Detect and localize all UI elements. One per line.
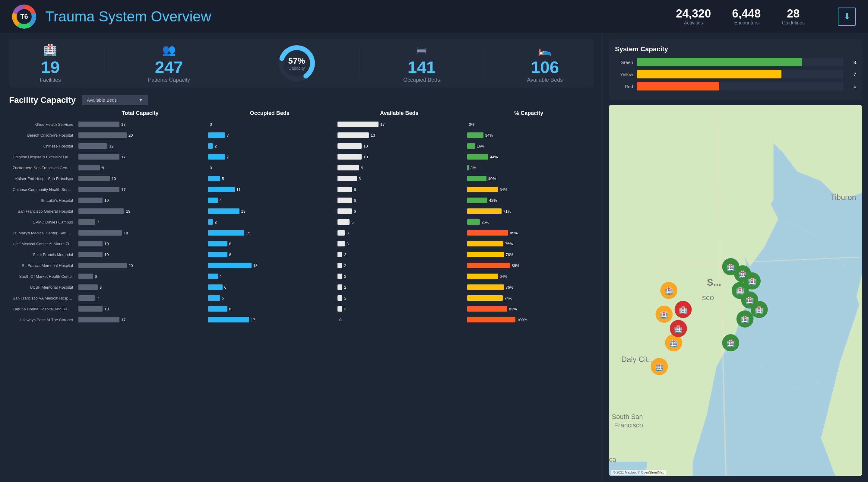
occupied-bar bbox=[208, 154, 225, 159]
sys-bar-fill bbox=[637, 82, 719, 90]
pct-capacity-cell: 71% bbox=[465, 208, 594, 214]
total-value: 18 bbox=[124, 231, 130, 235]
total-value: 17 bbox=[121, 318, 127, 322]
total-capacity-cell: 13 bbox=[76, 176, 205, 181]
download-button[interactable]: ⬇ bbox=[838, 7, 856, 26]
total-value: 10 bbox=[104, 198, 111, 203]
divider-2 bbox=[234, 48, 234, 79]
occupied-beds-cell: 8 bbox=[206, 252, 335, 257]
divider-3 bbox=[360, 48, 360, 79]
occupied-bar bbox=[208, 198, 218, 203]
row-label-cell: Chinese Community Health Services bbox=[9, 187, 75, 192]
occupied-bar bbox=[208, 208, 240, 214]
occupied-icon: 🛏 bbox=[403, 44, 440, 56]
pct-value: 16% bbox=[477, 144, 489, 148]
map-background: S... sco Daly Cit... South San Francisco… bbox=[609, 105, 862, 476]
occupied-bar bbox=[208, 230, 244, 236]
total-value: 10 bbox=[104, 307, 111, 311]
pct-value: 76% bbox=[506, 285, 518, 290]
occupied-beds-cell: 13 bbox=[206, 208, 335, 214]
pct-capacity-cell: 40% bbox=[465, 176, 594, 181]
pct-value: 76% bbox=[506, 252, 518, 257]
facility-name: St. Luke's Hospital bbox=[41, 198, 73, 203]
table-row: CPMC Davies Campus 7 2 5 26% bbox=[9, 217, 593, 228]
occupied-beds-cell: 18 bbox=[206, 263, 335, 268]
available-bar bbox=[338, 208, 352, 214]
available-bar bbox=[338, 284, 342, 290]
total-capacity-cell: 10 bbox=[76, 306, 205, 311]
available-bar bbox=[338, 230, 345, 236]
pct-value: 74% bbox=[504, 296, 517, 300]
pct-bar bbox=[467, 208, 501, 214]
col-occupied-beds: Occupied Beds bbox=[205, 110, 335, 116]
total-capacity-cell: 7 bbox=[76, 219, 205, 225]
available-beds-cell: 3 bbox=[336, 241, 464, 246]
available-value: 2 bbox=[344, 285, 350, 290]
facility-name: Chinese Hospital bbox=[43, 144, 73, 148]
available-bar bbox=[338, 241, 345, 246]
available-beds-cell: 2 bbox=[336, 306, 464, 311]
total-value: 17 bbox=[121, 187, 127, 192]
pct-capacity-cell: 42% bbox=[465, 198, 594, 203]
sys-bar-track bbox=[637, 82, 843, 90]
available-beds-cell: 13 bbox=[336, 132, 464, 138]
pct-capacity-cell: 75% bbox=[465, 241, 594, 246]
pct-bar bbox=[467, 317, 516, 323]
table-rows: Glide Health Services 17 0 17 0% Benioff… bbox=[9, 119, 593, 325]
available-value: 2 bbox=[344, 274, 350, 279]
table-row: Kaiser Fnd Hosp - San Francisco 13 5 8 4… bbox=[9, 173, 593, 184]
svg-text:🏥: 🏥 bbox=[674, 325, 683, 333]
svg-text:Tiburon: Tiburon bbox=[831, 193, 856, 202]
section-title: Facility Capacity bbox=[9, 95, 76, 105]
pct-value: 26% bbox=[482, 220, 494, 224]
row-label-cell: St. Luke's Hospital bbox=[9, 198, 75, 203]
available-bar bbox=[338, 274, 342, 279]
occupied-value: 0 bbox=[210, 165, 216, 170]
occupied-beds-cell: 6 bbox=[206, 284, 335, 290]
occupied-beds-cell: 7 bbox=[206, 132, 335, 138]
occupied-beds-cell: 11 bbox=[206, 187, 335, 192]
available-beds-cell: 5 bbox=[336, 219, 464, 225]
total-bar bbox=[79, 230, 122, 236]
pct-bar bbox=[467, 176, 487, 181]
summary-facilities: 🏥 19 Facilities bbox=[40, 44, 61, 83]
row-label-cell: Lifeways Pace At The Coronet bbox=[9, 318, 75, 322]
available-beds-cell: 8 bbox=[336, 176, 464, 181]
available-bar bbox=[338, 122, 378, 127]
total-value: 7 bbox=[97, 296, 103, 300]
available-icon: 🛌 bbox=[527, 44, 563, 56]
pct-value: 44% bbox=[490, 155, 502, 159]
facility-name: Kaiser Fnd Hosp - San Francisco bbox=[16, 176, 73, 181]
table-row: Saint Francis Memorial 10 8 2 76% bbox=[9, 249, 593, 260]
facility-name: Benioff Children's Hospital bbox=[27, 133, 73, 138]
system-capacity-title: System Capacity bbox=[615, 45, 856, 53]
available-value: 9 bbox=[361, 165, 367, 170]
svg-text:🏥: 🏥 bbox=[748, 277, 756, 285]
filter-dropdown[interactable]: Available Beds ▼ bbox=[82, 95, 148, 105]
pct-bar bbox=[467, 274, 498, 279]
table-row: Ucsf Medical Center At Mount Zion 10 8 3… bbox=[9, 238, 593, 249]
facility-name: San Francisco VA Medical Hospital bbox=[13, 296, 73, 300]
svg-text:🏥: 🏥 bbox=[741, 315, 749, 324]
summary-row: 🏥 19 Facilities 👥 247 Patients Capacity bbox=[9, 39, 593, 88]
total-value: 12 bbox=[109, 144, 115, 148]
summary-patients: 👥 247 Patients Capacity bbox=[148, 44, 190, 83]
sys-bar-num: 7 bbox=[847, 72, 856, 77]
row-label-cell: St. Francis Memorial Hospital bbox=[9, 263, 75, 268]
row-label-cell: San Francisco VA Medical Hospital bbox=[9, 296, 75, 300]
occupied-beds-cell: 5 bbox=[206, 295, 335, 301]
occupied-value: 6 bbox=[224, 285, 230, 290]
total-bar bbox=[79, 263, 127, 268]
available-beds-cell: 2 bbox=[336, 295, 464, 301]
stat-encounters: 6,448 Encounters bbox=[732, 7, 761, 26]
svg-text:Pacifica: Pacifica bbox=[609, 456, 616, 463]
total-bar bbox=[79, 295, 95, 301]
available-value: 0 bbox=[339, 318, 345, 322]
available-bar bbox=[338, 143, 362, 149]
pct-value: 3% bbox=[470, 165, 483, 170]
svg-text:🏥: 🏥 bbox=[726, 263, 735, 271]
total-value: 17 bbox=[121, 122, 127, 127]
occupied-value: 2 bbox=[215, 220, 221, 224]
occupied-bar bbox=[208, 143, 213, 149]
available-bar bbox=[338, 295, 342, 301]
